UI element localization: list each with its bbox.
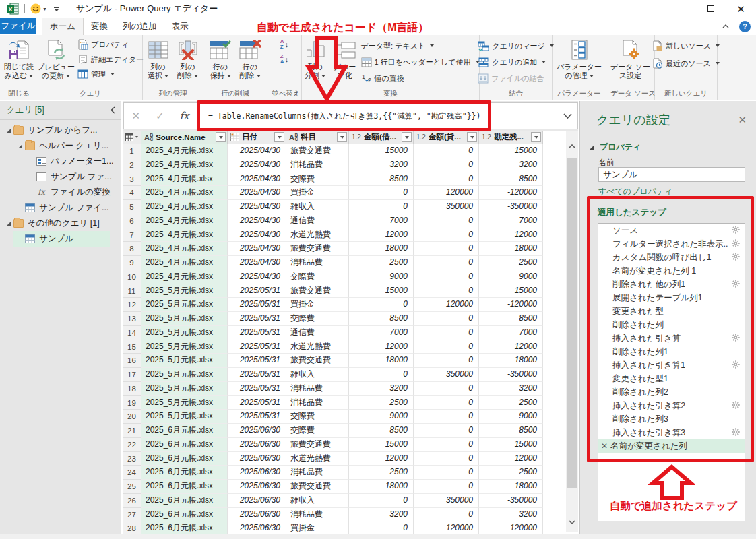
cell-date[interactable]: 2025/05/31 [228,410,286,424]
cell-subject[interactable]: 旅費交通費 [286,242,349,256]
cell-date[interactable]: 2025/05/31 [228,396,286,410]
table-row[interactable]: 2 2025_4月元帳.xlsx 2025/04/30 消耗品費 3200 0 … [123,158,579,172]
cell-source-name[interactable]: 2025_5月元帳.xlsx [141,396,228,410]
cell-balance[interactable]: -120000 [479,298,543,312]
remove-rows-button[interactable]: 行の 削除 [235,36,265,80]
cell-subject[interactable]: 雑収入 [286,200,349,214]
feedback-smiley-button[interactable]: ▼ [30,3,47,14]
cell-balance[interactable]: -350000 [479,368,543,382]
filter-icon[interactable] [337,132,347,142]
table-row[interactable]: 12 2025_5月元帳.xlsx 2025/05/31 買掛金 0 12000… [123,298,579,312]
cell-credit[interactable]: 0 [414,214,479,228]
table-row[interactable]: 8 2025_4月元帳.xlsx 2025/04/30 旅費交通費 18000 … [123,242,579,256]
cell-credit[interactable]: 0 [414,396,479,410]
cell-date[interactable]: 2025/04/30 [228,200,286,214]
cell-date[interactable]: 2025/06/30 [228,466,286,480]
cell-subject[interactable]: 旅費交通費 [286,144,349,158]
query-item-sample-file-table[interactable]: サンプル ファイ... [0,200,121,216]
query-item-parameter[interactable]: パラメーター1... [0,154,121,169]
table-row[interactable]: 10 2025_4月元帳.xlsx 2025/04/30 交際費 9000 0 … [123,270,579,284]
cell-balance[interactable]: 7000 [479,326,543,340]
cell-debit[interactable]: 18000 [349,354,414,368]
cell-date[interactable]: 2025/04/30 [228,214,286,228]
cell-balance[interactable]: 7000 [479,214,543,228]
merge-queries-button[interactable]: クエリのマージ [478,40,554,52]
cell-source-name[interactable]: 2025_4月元帳.xlsx [141,186,228,200]
cell-credit[interactable]: 0 [414,228,479,243]
table-row[interactable]: 17 2025_5月元帳.xlsx 2025/05/31 雑収入 0 35000… [123,368,579,382]
data-type-button[interactable]: データ型: テキスト [361,40,480,52]
formula-expand-icon[interactable] [563,103,572,129]
cell-subject[interactable]: 旅費交通費 [286,480,349,494]
expander-icon[interactable] [18,144,22,148]
cell-source-name[interactable]: 2025_6月元帳.xlsx [141,424,228,438]
cell-source-name[interactable]: 2025_6月元帳.xlsx [141,466,228,480]
cell-balance[interactable]: 15000 [479,438,543,452]
cell-balance[interactable]: 8500 [479,424,543,438]
cell-credit[interactable]: 0 [414,256,479,270]
formula-cancel-icon[interactable]: ✕ [131,110,140,122]
properties-button[interactable]: プロパティ [77,38,144,51]
cell-subject[interactable]: 通信費 [286,326,349,340]
cell-source-name[interactable]: 2025_5月元帳.xlsx [141,354,228,368]
cell-debit[interactable]: 8500 [349,172,414,187]
cell-balance[interactable]: 12000 [479,452,543,466]
cell-source-name[interactable]: 2025_4月元帳.xlsx [141,256,228,270]
manage-button[interactable]: 管理 [77,68,144,80]
cell-date[interactable]: 2025/04/30 [228,144,286,158]
cell-debit[interactable]: 2500 [349,396,414,410]
cell-balance[interactable]: -350000 [479,494,543,508]
table-row[interactable]: 24 2025_6月元帳.xlsx 2025/06/30 消耗品費 2500 0… [123,466,579,480]
cell-date[interactable]: 2025/06/30 [228,494,286,508]
cell-balance[interactable]: -120000 [479,186,543,200]
tab-home[interactable]: ホーム [42,18,84,35]
cell-date[interactable]: 2025/06/30 [228,438,286,452]
cell-source-name[interactable]: 2025_4月元帳.xlsx [141,158,228,172]
cell-credit[interactable]: 120000 [414,186,479,200]
cell-credit[interactable]: 350000 [414,368,479,382]
cell-balance[interactable]: -350000 [479,200,543,214]
cell-balance[interactable]: -120000 [479,521,543,534]
table-row[interactable]: 14 2025_5月元帳.xlsx 2025/05/31 通信費 7000 0 … [123,326,579,340]
cell-date[interactable]: 2025/06/30 [228,521,286,534]
cell-date[interactable]: 2025/04/30 [228,186,286,200]
append-queries-button[interactable]: クエリの追加 [478,56,554,68]
cell-date[interactable]: 2025/06/30 [228,508,286,522]
cell-subject[interactable]: 消耗品費 [286,508,349,522]
cell-date[interactable]: 2025/04/30 [228,172,286,187]
table-row[interactable]: 15 2025_5月元帳.xlsx 2025/05/31 水道光熱費 12000… [123,340,579,354]
collapse-queries-pane-icon[interactable] [111,106,115,114]
cell-debit[interactable]: 18000 [349,480,414,494]
table-row[interactable]: 5 2025_4月元帳.xlsx 2025/04/30 雑収入 0 350000… [123,200,579,214]
new-source-button[interactable]: 新しいソース [652,40,720,52]
sort-descending-button[interactable]: ZA↓ [280,54,288,65]
cell-date[interactable]: 2025/05/31 [228,354,286,368]
maximize-button[interactable] [695,0,726,18]
properties-expander-icon[interactable] [590,146,594,150]
cell-subject[interactable]: 交際費 [286,410,349,424]
cell-source-name[interactable]: 2025_5月元帳.xlsx [141,368,228,382]
cell-debit[interactable]: 2500 [349,466,414,480]
cell-balance[interactable]: 2500 [479,256,543,270]
cell-source-name[interactable]: 2025_6月元帳.xlsx [141,494,228,508]
cell-debit[interactable]: 12000 [349,340,414,354]
cell-debit[interactable]: 9000 [349,270,414,284]
advanced-editor-button[interactable]: 詳細エディター [77,53,144,65]
cell-subject[interactable]: 交際費 [286,424,349,438]
scroll-up-icon[interactable] [566,140,578,152]
cell-debit[interactable]: 0 [349,368,414,382]
table-row[interactable]: 9 2025_4月元帳.xlsx 2025/04/30 消耗品費 2500 0 … [123,256,579,270]
cell-date[interactable]: 2025/04/30 [228,270,286,284]
cell-date[interactable]: 2025/04/30 [228,242,286,256]
cell-date[interactable]: 2025/05/31 [228,312,286,326]
cell-source-name[interactable]: 2025_4月元帳.xlsx [141,144,228,158]
cell-subject[interactable]: 消耗品費 [286,158,349,172]
table-corner-button[interactable] [123,131,141,144]
cell-source-name[interactable]: 2025_4月元帳.xlsx [141,172,228,187]
cell-subject[interactable]: 旅費交通費 [286,354,349,368]
cell-credit[interactable]: 0 [414,424,479,438]
expander-icon[interactable] [7,222,11,226]
cell-source-name[interactable]: 2025_5月元帳.xlsx [141,382,228,396]
cell-debit[interactable]: 3200 [349,158,414,172]
cell-subject[interactable]: 通信費 [286,214,349,228]
